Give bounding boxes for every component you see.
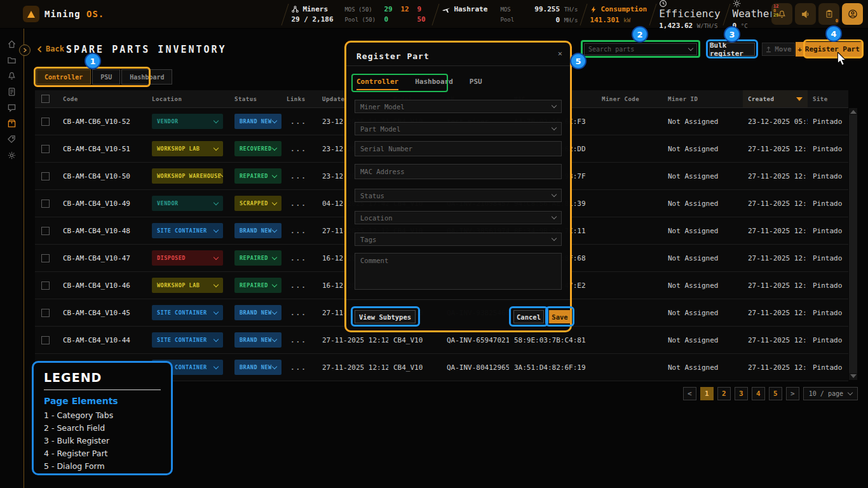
status-dropdown[interactable]: BRAND NEW — [234, 114, 281, 129]
page-button-3[interactable]: 3 — [735, 387, 748, 400]
column-header-created[interactable]: Created — [743, 90, 808, 107]
status-dropdown[interactable]: BRAND NEW — [234, 305, 281, 320]
sidebar-item-folder[interactable] — [6, 55, 17, 65]
sidebar-item-package[interactable] — [6, 118, 17, 129]
row-checkbox[interactable] — [41, 172, 50, 180]
sidebar-item-bell[interactable] — [6, 71, 17, 81]
row-links-menu[interactable]: ... — [290, 227, 307, 235]
row-checkbox[interactable] — [41, 200, 50, 208]
status-dropdown[interactable]: BRAND NEW — [234, 332, 281, 348]
column-header-status[interactable]: Status — [229, 90, 281, 107]
sidebar-expand-button[interactable] — [19, 44, 31, 56]
part-model-select[interactable]: Part Model — [355, 122, 562, 135]
cancel-button[interactable]: Cancel — [513, 310, 544, 323]
row-checkbox[interactable] — [41, 227, 50, 235]
row-links-menu[interactable]: ... — [290, 363, 307, 372]
page-button-1[interactable]: 1 — [700, 387, 714, 400]
scroll-up-icon[interactable] — [850, 110, 857, 114]
column-header-miner-code[interactable]: Miner Code — [597, 90, 663, 107]
column-header-miner-id[interactable]: Miner ID — [663, 90, 743, 107]
column-header-site[interactable]: Site — [808, 90, 848, 107]
notifications-button[interactable]: 12 0 29 — [771, 3, 792, 25]
sound-button[interactable] — [795, 3, 816, 25]
row-links-menu[interactable]: ... — [290, 281, 307, 290]
page-button-2[interactable]: 2 — [717, 387, 731, 400]
page-button-4[interactable]: 4 — [752, 387, 765, 400]
select-all-checkbox[interactable] — [41, 95, 50, 103]
row-links-menu[interactable]: ... — [290, 118, 307, 126]
location-dropdown[interactable]: WORKSHOP LAB — [152, 278, 223, 293]
back-button[interactable]: Back — [37, 44, 64, 53]
mac-address-input[interactable]: MAC Address — [355, 164, 562, 179]
row-links-menu[interactable]: ... — [290, 200, 307, 208]
page-button-5[interactable]: 5 — [769, 387, 782, 400]
row-links-menu[interactable]: ... — [290, 336, 307, 344]
status-dropdown[interactable]: RECOVERED — [234, 141, 281, 156]
table-scrollbar[interactable] — [849, 108, 857, 380]
row-links-menu[interactable]: ... — [290, 172, 307, 180]
location-dropdown[interactable]: WORKSHOP LAB — [152, 141, 223, 156]
column-header-code[interactable]: Code — [58, 90, 147, 107]
row-checkbox[interactable] — [41, 254, 50, 262]
status-dropdown[interactable]: BRAND NEW — [234, 223, 281, 238]
dialog-tab-psu[interactable]: PSU — [470, 78, 482, 90]
account-button[interactable] — [842, 3, 863, 25]
next-page-button[interactable]: > — [786, 387, 799, 400]
tasks-button[interactable]: 0 — [818, 3, 839, 25]
row-checkbox[interactable] — [41, 281, 50, 290]
app-logo[interactable]: Mining OS. — [23, 6, 104, 22]
bulk-register-button[interactable]: Bulk register — [709, 43, 755, 56]
miner-model-select[interactable]: Miner Model — [355, 100, 562, 113]
status-dropdown[interactable]: REPAIRED — [234, 168, 281, 184]
view-subtypes-button[interactable]: View Subtypes — [355, 310, 416, 323]
sidebar-item-gear[interactable] — [6, 150, 17, 161]
location-dropdown[interactable]: WORKSHOP WAREHOUSE — [152, 168, 223, 184]
serial-number-input[interactable]: Serial Number — [355, 141, 562, 156]
prev-page-button[interactable]: < — [683, 387, 696, 400]
tags-select[interactable]: Tags — [355, 233, 562, 246]
comment-textarea[interactable]: Comment — [355, 253, 562, 290]
search-input[interactable]: Search parts — [584, 43, 697, 55]
column-header-select[interactable] — [35, 90, 58, 107]
sidebar-item-document[interactable] — [6, 86, 17, 97]
tab-controller[interactable]: Controller — [36, 69, 91, 85]
scroll-track[interactable] — [849, 115, 857, 373]
row-links-menu[interactable]: ... — [290, 309, 307, 317]
column-header-location[interactable]: Location — [147, 90, 229, 107]
tab-hashboard[interactable]: Hashboard — [121, 69, 172, 85]
row-links-menu[interactable]: ... — [290, 145, 307, 153]
status-select[interactable]: Status — [355, 189, 562, 202]
register-part-button[interactable]: +Register Part — [796, 42, 862, 57]
row-checkbox[interactable] — [41, 145, 50, 153]
scroll-down-icon[interactable] — [850, 374, 857, 378]
location-dropdown[interactable]: SITE CONTAINER — [152, 332, 223, 348]
status-dropdown[interactable]: BRAND NEW — [234, 360, 281, 375]
tab-psu[interactable]: PSU — [92, 69, 120, 85]
location-dropdown[interactable]: VENDOR — [152, 114, 223, 129]
row-model: CB4_V10 — [393, 336, 423, 344]
row-checkbox[interactable] — [41, 336, 50, 344]
row-links-menu[interactable]: ... — [290, 254, 307, 262]
sidebar-item-tags[interactable] — [6, 134, 17, 145]
location-dropdown[interactable]: SITE CONTAINER — [152, 223, 223, 238]
sort-desc-icon[interactable] — [796, 97, 803, 101]
sidebar — [0, 29, 24, 488]
row-miner-id: Not Assigned — [668, 281, 718, 290]
status-dropdown[interactable]: SCRAPPED — [234, 196, 281, 211]
row-checkbox[interactable] — [41, 118, 50, 126]
pill-label: REPAIRED — [240, 255, 268, 261]
location-dropdown[interactable]: SITE CONTAINER — [152, 305, 223, 320]
sidebar-item-chat[interactable] — [6, 102, 17, 113]
sidebar-item-home[interactable] — [6, 39, 17, 50]
save-button[interactable]: Save — [549, 310, 571, 323]
close-icon[interactable]: ✕ — [558, 49, 562, 58]
row-checkbox[interactable] — [41, 309, 50, 317]
move-button[interactable]: Move — [762, 43, 795, 56]
location-select[interactable]: Location — [355, 211, 562, 224]
status-dropdown[interactable]: REPAIRED — [234, 250, 281, 266]
location-dropdown[interactable]: DISPOSED — [152, 250, 223, 266]
status-dropdown[interactable]: REPAIRED — [234, 278, 281, 293]
page-size-select[interactable]: 10 / page — [803, 387, 858, 400]
location-dropdown[interactable]: VENDOR — [152, 196, 223, 211]
column-header-links[interactable]: Links — [281, 90, 317, 107]
